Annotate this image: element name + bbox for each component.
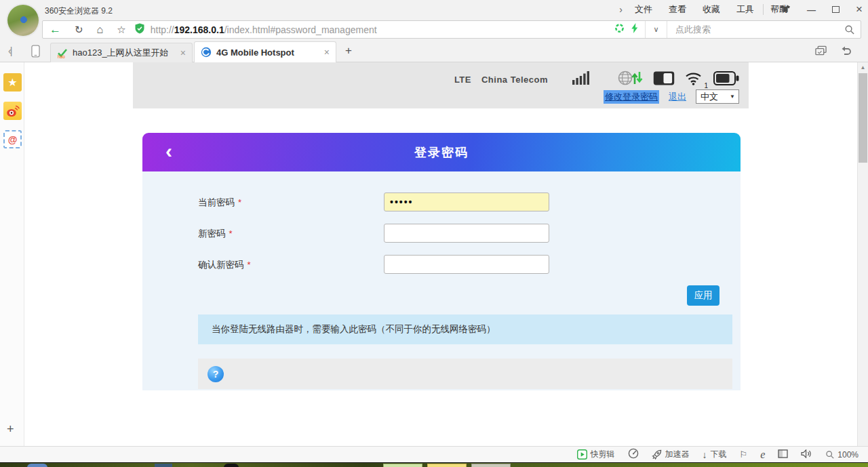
quick-clip-tool[interactable]: 快剪辑 (577, 449, 615, 460)
banner-back-button[interactable]: ‹ (165, 138, 172, 164)
taskbar-peek (0, 462, 868, 467)
download-tool[interactable]: ↓ 下载 (703, 449, 727, 460)
new-password-input[interactable] (384, 224, 549, 243)
sidebar-add-button[interactable]: + (7, 422, 14, 436)
new-password-label: 新密码* (198, 228, 233, 240)
tab-label: hao123_上网从这里开始 (73, 47, 176, 59)
menu-view[interactable]: 查看 (669, 3, 686, 16)
taskbar-item (155, 464, 172, 467)
confirm-password-input[interactable] (384, 255, 549, 274)
tabs: hao hao123_上网从这里开始 × 4G Mobile Hotspot × (50, 42, 338, 62)
scrollbar-thumb[interactable] (859, 73, 867, 163)
page-content: ★ @ + LTE China Telecom (0, 62, 868, 446)
speed-lightning-icon[interactable] (631, 23, 638, 36)
current-password-input[interactable] (384, 192, 549, 211)
help-question-icon[interactable]: ? (208, 366, 224, 382)
svg-text:hao: hao (58, 54, 65, 59)
home-button[interactable]: ⌂ (97, 24, 104, 36)
device-status-band: LTE China Telecom 1 (133, 62, 749, 108)
url-path: /index.html#password_management (224, 24, 377, 35)
wifi-icon (685, 71, 703, 85)
language-select[interactable]: 中文 ▼ (696, 89, 739, 104)
tab-close-icon[interactable]: × (180, 47, 186, 58)
zoom-magnifier-icon (825, 450, 834, 459)
mobile-phone-icon[interactable] (31, 45, 40, 60)
url-text[interactable]: http://192.168.0.1/index.html#password_m… (151, 24, 614, 35)
url-dropdown-button[interactable]: ∨ (645, 21, 667, 38)
accelerator-tool[interactable]: 加速器 (652, 449, 690, 460)
logout-link[interactable]: 退出 (669, 91, 686, 103)
flag-icon[interactable]: ⚐ (740, 449, 748, 460)
refresh-button[interactable]: ↻ (75, 24, 83, 36)
menu-favorites[interactable]: 收藏 (703, 3, 720, 16)
speed-gauge-icon[interactable] (628, 448, 639, 461)
search-submit[interactable] (837, 24, 861, 35)
tab-bar: ‹| hao hao123_上网从这里开始 × 4G Mobile Hotspo… (0, 41, 868, 62)
taskbar-item (427, 464, 467, 467)
hotspot-favicon (201, 47, 212, 58)
search-input[interactable] (667, 24, 803, 35)
download-label: 下载 (711, 449, 727, 460)
vertical-scrollbar[interactable]: ▲ (857, 62, 868, 446)
required-asterisk: * (238, 197, 241, 207)
omnibox-extensions (614, 23, 645, 36)
menu-more-icon[interactable]: › (619, 4, 623, 15)
search-box (667, 21, 837, 38)
zoom-level: 100% (837, 450, 859, 460)
card-title: 登录密码 (414, 144, 469, 161)
tab-close-icon[interactable]: × (324, 47, 330, 58)
wifi-client-count: 1 (704, 82, 708, 89)
confirm-password-label: 确认新密码* (198, 259, 251, 271)
password-form: 当前密码* 新密码* 确认新密码* 应用 当你登陆无线路由器时，需要输入此密码（… (142, 171, 741, 390)
weibo-icon (6, 105, 20, 117)
nav-buttons: ← ↻ ⌂ ☆ (43, 23, 134, 37)
sidebar-mail-button[interactable]: @ (3, 130, 22, 148)
ie-compat-icon[interactable]: e (760, 449, 765, 461)
maximize-button[interactable] (832, 6, 840, 13)
tab-hao123[interactable]: hao hao123_上网从这里开始 × (50, 43, 193, 62)
sidebar-weibo-button[interactable] (3, 102, 22, 120)
menu-file[interactable]: 文件 (635, 3, 652, 16)
apply-button[interactable]: 应用 (687, 285, 719, 306)
browser-title: 360安全浏览器 9.2 (45, 5, 113, 17)
globe-traffic-icon (617, 70, 643, 89)
taskbar-item (27, 464, 47, 467)
close-window-button[interactable]: × (856, 3, 863, 16)
status-bar: 快剪辑 加速器 ↓ 下载 ⚐ e 100% (0, 446, 868, 462)
window-controls: — × (763, 0, 863, 19)
current-password-label: 当前密码* (198, 197, 241, 209)
reopen-closed-tab-icon[interactable] (840, 46, 852, 58)
scroll-up-arrow[interactable]: ▲ (858, 64, 868, 70)
quick-clip-label: 快剪辑 (591, 449, 615, 460)
operator-label: China Telecom (481, 75, 548, 85)
zoom-control[interactable]: 100% (825, 450, 859, 460)
speaker-icon[interactable] (801, 449, 812, 460)
tab-hotspot-active[interactable]: 4G Mobile Hotspot × (194, 41, 336, 62)
star-icon: ★ (7, 76, 17, 89)
site-safety-shield-icon[interactable] (134, 23, 145, 37)
signal-bars-icon (572, 71, 590, 87)
password-card: ‹ 登录密码 当前密码* 新密码* 确认新密码* 应用 当你登陆无线路由器时，需… (142, 133, 741, 390)
bookmark-star-button[interactable]: ☆ (117, 24, 125, 36)
change-password-link[interactable]: 修改登录密码 (604, 90, 659, 104)
quick-clip-icon (577, 449, 587, 460)
sidebar-favorites-button[interactable]: ★ (3, 73, 22, 92)
user-avatar[interactable] (7, 5, 39, 36)
minimize-button[interactable]: — (807, 5, 816, 15)
network-type-label: LTE (454, 75, 471, 85)
menu-tools[interactable]: 工具 (736, 3, 754, 16)
adblock-ring-icon[interactable] (614, 23, 625, 36)
back-button[interactable]: ← (50, 23, 61, 37)
new-tab-button[interactable]: + (340, 44, 357, 58)
skin-shirt-icon[interactable] (780, 3, 791, 16)
sim-card-icon (653, 71, 675, 88)
url-host: 192.168.0.1 (174, 24, 224, 35)
at-mail-icon: @ (8, 134, 18, 145)
titlebar: 360安全浏览器 9.2 › 文件 查看 收藏 工具 帮助 — × (0, 0, 868, 19)
search-icon (844, 24, 854, 35)
collapse-sidebar-icon[interactable]: ‹| (8, 45, 11, 56)
window-layout-icon[interactable] (778, 449, 788, 460)
tab-list-icon[interactable] (815, 45, 827, 59)
account-links-row: 修改登录密码 退出 中文 ▼ (604, 89, 739, 104)
browser-window: 360安全浏览器 9.2 › 文件 查看 收藏 工具 帮助 — × ← ↻ ⌂ … (0, 0, 868, 467)
